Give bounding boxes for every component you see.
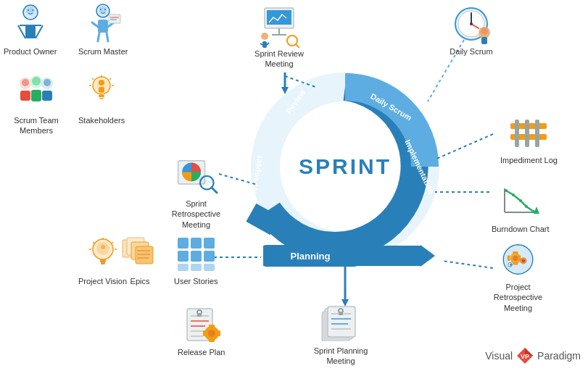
daily-scrum-label: Daily Scrum [450,46,492,57]
project-retrospective-label: Project Retrospective Meeting [487,282,549,313]
svg-rect-69 [262,41,267,48]
svg-marker-95 [534,207,539,214]
burndown-chart-label: Burndown Chart [492,224,550,234]
svg-point-110 [202,179,210,187]
svg-point-31 [32,9,33,11]
svg-point-34 [100,9,102,10]
svg-point-45 [22,79,29,86]
svg-line-21 [442,261,493,268]
impediment-log-item: Impediment Log [500,112,558,165]
svg-rect-129 [178,238,189,249]
svg-line-37 [92,22,98,27]
sprint-review-icon [257,6,301,46]
sprint-retrospective-label: Sprint Retrospective Meeting [165,199,227,230]
scrum-master-icon [81,4,125,43]
scrum-team-item: Scrum Team Members [4,72,69,136]
burndown-chart-icon [499,181,542,221]
svg-rect-100 [513,262,518,264]
svg-rect-46 [20,91,30,101]
diagram-container: Planning Review Retrospect Implementatio… [0,0,588,371]
user-stories-icon [174,233,218,273]
svg-rect-147 [209,339,215,342]
sprint-review-item: Sprint Review Meeting [250,6,308,70]
stakeholders-icon [80,72,123,112]
svg-rect-120 [101,262,105,264]
svg-point-35 [104,9,106,10]
watermark-text: Visual [485,350,513,362]
impediment-log-icon [507,112,550,152]
svg-rect-148 [203,330,206,336]
svg-rect-86 [535,120,539,147]
sprint-retrospective-icon [175,156,218,196]
svg-rect-146 [209,325,215,328]
svg-line-62 [92,78,94,80]
burndown-chart-item: Burndown Chart [492,181,550,234]
svg-rect-49 [31,90,41,101]
svg-text:Planning: Planning [291,251,331,262]
svg-point-145 [208,330,215,337]
watermark-brand: Paradigm [537,350,581,362]
scrum-master-item: Scrum Master [78,4,128,57]
svg-rect-133 [191,251,202,262]
svg-line-40 [107,33,108,41]
scrum-team-label: Scrum Team Members [4,115,69,136]
scrum-master-label: Scrum Master [78,46,128,57]
svg-text:SPRINT: SPRINT [299,154,392,178]
release-plan-label: Release Plan [178,347,225,357]
svg-point-104 [521,259,525,262]
svg-rect-130 [191,238,202,249]
svg-point-93 [525,205,528,208]
svg-line-115 [112,242,113,243]
svg-line-71 [267,43,269,45]
svg-point-33 [99,7,107,14]
svg-rect-101 [507,255,510,260]
svg-point-55 [99,80,104,86]
svg-rect-81 [481,37,487,44]
svg-line-117 [93,242,94,243]
release-plan-item: Release Plan [178,304,225,357]
svg-line-39 [98,33,99,41]
svg-point-121 [101,245,105,249]
product-owner-icon [9,4,52,43]
user-stories-label: User Stories [174,276,218,286]
svg-line-19 [435,134,493,159]
svg-rect-149 [218,330,220,336]
svg-rect-135 [178,264,189,271]
svg-point-48 [32,77,41,86]
project-retrospective-item: Project Retrospective Meeting [487,239,549,313]
svg-rect-160 [339,312,343,315]
svg-point-80 [481,28,488,35]
svg-point-98 [513,255,518,260]
svg-rect-85 [525,120,529,147]
impediment-log-label: Impediment Log [500,155,558,165]
daily-scrum-icon [450,4,493,43]
svg-rect-154 [328,307,355,337]
scrum-team-icon [15,72,58,112]
svg-rect-41 [109,14,120,23]
svg-marker-5 [421,245,435,267]
project-retrospective-icon [497,239,540,279]
watermark: Visual VP Paradigm [485,346,581,365]
svg-rect-125 [136,246,153,264]
sprint-review-label: Sprint Review Meeting [250,49,308,70]
sprint-planning-item: Sprint Planning Meeting [312,303,370,367]
svg-point-78 [470,22,473,25]
svg-rect-119 [100,259,106,262]
svg-line-70 [260,43,262,45]
release-plan-icon [180,304,223,344]
svg-text:VP: VP [521,353,529,360]
svg-rect-99 [513,251,518,254]
svg-rect-58 [99,98,104,99]
svg-rect-132 [178,251,189,262]
product-owner-item: Product Owner [4,4,57,57]
svg-line-73 [296,44,299,48]
user-stories-item: User Stories [174,233,218,286]
svg-point-30 [28,9,29,11]
svg-rect-137 [204,264,215,271]
svg-point-90 [505,189,508,192]
stakeholders-label: Stakeholders [78,115,125,125]
svg-line-28 [18,25,25,38]
svg-point-92 [519,199,522,202]
svg-rect-84 [515,120,519,147]
svg-line-60 [109,78,111,80]
